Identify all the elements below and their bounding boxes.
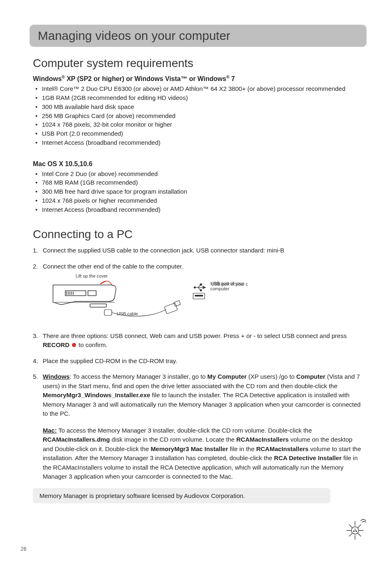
svg-rect-8 bbox=[104, 310, 112, 315]
step-2: Connect the other end of the cable to th… bbox=[33, 262, 363, 325]
step5-win-label: Windows bbox=[43, 373, 70, 380]
list-item: 1024 x 768 pixels or higher recommended bbox=[42, 196, 363, 205]
s5w2: (XP users) /go to bbox=[247, 373, 296, 380]
reg-mark: ® bbox=[62, 75, 65, 79]
svg-point-20 bbox=[353, 531, 354, 532]
s5m4: file in the bbox=[228, 445, 256, 452]
list-item: Internet Access (broadband recommended) bbox=[42, 138, 363, 147]
step5-windows: Windows: To access the Memory Manager 3 … bbox=[43, 372, 363, 419]
page-root: Managing videos on your computer Compute… bbox=[0, 0, 392, 565]
svg-line-28 bbox=[349, 533, 352, 536]
s5mb4: RCAMacInstallers bbox=[256, 445, 309, 452]
svg-rect-9 bbox=[164, 303, 178, 314]
svg-line-27 bbox=[358, 525, 361, 528]
list-item: 1GB RAM (2GB recommended for editing HD … bbox=[42, 93, 363, 102]
s5mb5: RCA Detective Installer bbox=[274, 454, 342, 461]
step3-post: to confirm. bbox=[77, 341, 107, 348]
page-number: 26 bbox=[21, 546, 26, 552]
record-dot-icon bbox=[72, 343, 76, 347]
sun-icon bbox=[343, 516, 367, 541]
step-3: There are three options: USB connect, We… bbox=[33, 331, 363, 350]
step4-text: Place the supplied CD-ROM in the CD-ROM … bbox=[43, 357, 177, 364]
title-text: Managing videos on your computer bbox=[38, 29, 358, 43]
windows-heading: Windows® XP (SP2 or higher) or Windows V… bbox=[33, 75, 363, 83]
s5wb3: MemoryMgr3_Windows_Installer.exe bbox=[43, 391, 150, 398]
label-usb-cable: USB cable bbox=[117, 311, 138, 316]
svg-line-26 bbox=[349, 525, 352, 528]
list-item: 300 MB free hard drive space for program… bbox=[42, 187, 363, 196]
list-item: Internet Access (broadband recommended) bbox=[42, 205, 363, 214]
list-item: 300 MB available hard disk space bbox=[42, 102, 363, 111]
s5m1: To access the Memory Manager 3 installer… bbox=[57, 427, 312, 434]
step1-text: Connect the supplied USB cable to the co… bbox=[43, 247, 284, 254]
note-text: Memory Manager is proprietary software l… bbox=[39, 492, 245, 499]
s5mb3: MemoryMgr3 Mac Installer bbox=[151, 445, 228, 452]
list-item: 768 MB RAM (1GB recommended) bbox=[42, 178, 363, 187]
title-band: Managing videos on your computer bbox=[30, 25, 367, 47]
svg-line-15 bbox=[198, 287, 201, 290]
svg-rect-7 bbox=[90, 304, 106, 307]
windows-bullets: Intel® Core™ 2 Duo CPU E6300 (or above) … bbox=[33, 84, 363, 147]
step5-mac-label: Mac: bbox=[43, 427, 57, 434]
s5mb1: RCAMacInstallers.dmg bbox=[43, 436, 110, 443]
list-item: USB Port (2.0 recommended) bbox=[42, 129, 363, 138]
mac-heading: Mac OS X 10.5,10.6 bbox=[33, 160, 363, 168]
step-5: Windows: To access the Memory Manager 3 … bbox=[33, 372, 363, 482]
label-usb-port-text: USB port of your computer bbox=[210, 281, 247, 292]
s5w1: : To access the Memory Manager 3 install… bbox=[70, 373, 208, 380]
svg-line-29 bbox=[358, 533, 361, 536]
s5m2: disk image in the CD rom volume. Locate … bbox=[110, 436, 236, 443]
section-heading-requirements: Computer system requirements bbox=[33, 57, 363, 70]
diagram-svg: Lift up the cover bbox=[51, 273, 248, 322]
win-h-p2: XP (SP2 or higher) or Windows Vista™ or … bbox=[65, 75, 226, 82]
svg-rect-6 bbox=[88, 291, 96, 296]
svg-point-21 bbox=[356, 531, 357, 532]
s5wb2: Computer bbox=[296, 373, 325, 380]
step3-record: RECORD bbox=[43, 341, 69, 348]
step-1: Connect the supplied USB cable to the co… bbox=[33, 246, 363, 255]
list-item: 256 MB Graphics Card (or above) recommen… bbox=[42, 111, 363, 120]
svg-rect-18 bbox=[195, 295, 203, 296]
step3-pre: There are three options: USB connect, We… bbox=[43, 332, 347, 339]
steps-list: Connect the supplied USB cable to the co… bbox=[33, 246, 363, 482]
list-item: 1024 x 768 pixels, 32-bit color monitor … bbox=[42, 120, 363, 129]
note-box: Memory Manager is proprietary software l… bbox=[33, 488, 330, 503]
step-4: Place the supplied CD-ROM in the CD-ROM … bbox=[33, 357, 363, 366]
s5wb1: My Computer bbox=[208, 373, 247, 380]
mac-bullets: Intel Core 2 Duo (or above) recommended … bbox=[33, 169, 363, 214]
svg-rect-14 bbox=[200, 284, 202, 285]
list-item: Intel Core 2 Duo (or above) recommended bbox=[42, 169, 363, 178]
s5mb2: RCAMacInstallers bbox=[236, 436, 289, 443]
list-item: Intel® Core™ 2 Duo CPU E6300 (or above) … bbox=[42, 84, 363, 93]
win-h-p3: 7 bbox=[229, 75, 235, 82]
step2-text: Connect the other end of the cable to th… bbox=[43, 263, 183, 270]
connection-diagram: Lift up the cover bbox=[51, 273, 363, 325]
label-lift-cover: Lift up the cover bbox=[76, 273, 108, 278]
svg-point-16 bbox=[200, 289, 202, 291]
section-heading-connecting: Connecting to a PC bbox=[33, 228, 363, 241]
step5-mac: Mac: To access the Memory Manager 3 inst… bbox=[43, 426, 363, 482]
win-h-p1: Windows bbox=[33, 75, 62, 82]
